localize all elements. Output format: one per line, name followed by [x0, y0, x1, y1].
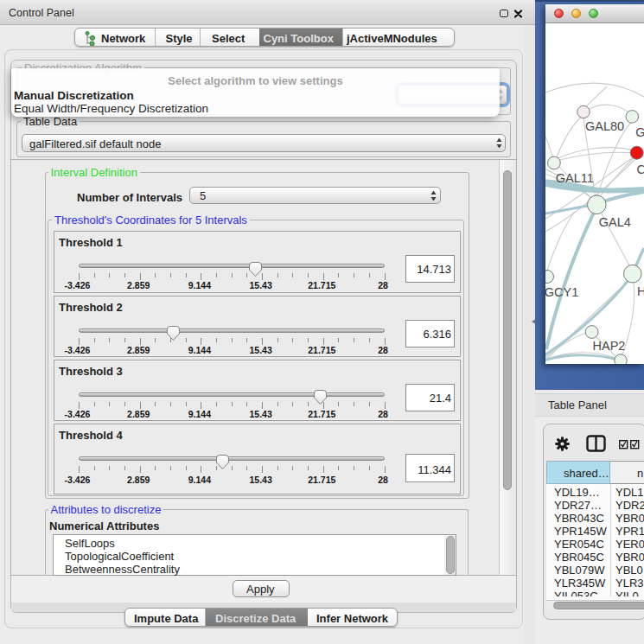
svg-text:HAP2: HAP2 [593, 339, 626, 353]
svg-text:GAL4: GAL4 [599, 215, 631, 229]
svg-text:CDC6: CDC6 [637, 163, 644, 176]
svg-text:GAL3: GAL3 [635, 125, 644, 139]
svg-text:HIS7: HIS7 [637, 284, 644, 298]
svg-text:GAL11: GAL11 [556, 171, 594, 185]
svg-text:GCY1: GCY1 [545, 285, 578, 299]
svg-text:GAL80: GAL80 [585, 119, 624, 133]
